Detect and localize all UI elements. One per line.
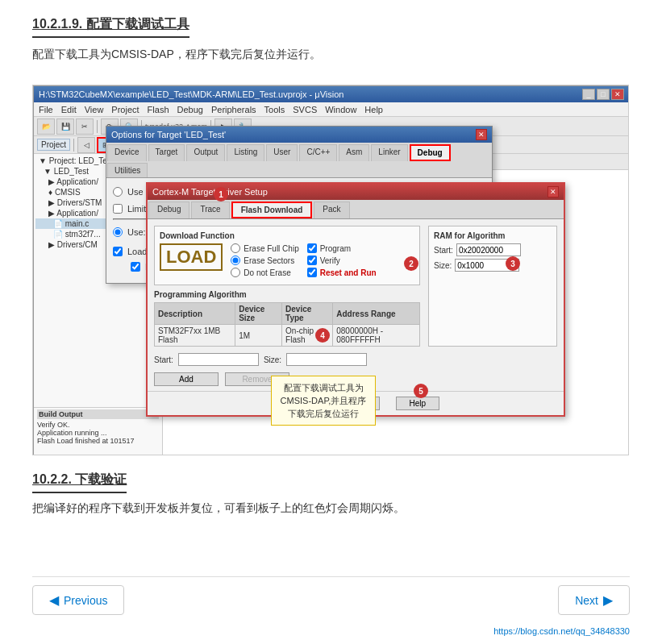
reset-run-check[interactable] (307, 268, 317, 277)
program-check[interactable] (307, 243, 317, 253)
uvision-title: H:\STM32CubeMX\example\LED_Test\MDK-ARM\… (39, 89, 343, 99)
options-dialog-title: Options for Target 'LED_Test' (111, 130, 226, 139)
add-btn[interactable]: Add (154, 372, 219, 386)
next-arrow-icon: ▶ (603, 592, 613, 608)
erase-full-row: Erase Full Chip (231, 243, 298, 253)
toolbar-btn2[interactable]: 💾 (56, 118, 74, 135)
algo-row: STM32F7xx 1MB Flash 1M On-chip Flash 080… (155, 325, 420, 347)
menubar: File Edit View Project Flash Debug Perip… (34, 102, 629, 117)
algo-addr: 08000000H - 080FFFFFH (333, 325, 420, 347)
project-label: Project (37, 139, 70, 151)
build-title: Build Output (37, 409, 159, 419)
erase-full-radio[interactable] (231, 243, 240, 253)
tab-user[interactable]: User (266, 144, 298, 161)
tab-cpp[interactable]: C/C++ (299, 144, 337, 161)
nav-bar: ◀ Previous Next ▶ (32, 576, 630, 623)
program-options: Program Verify Reset and Run (307, 243, 377, 280)
algo-section: Programming Algorithm Description Device… (154, 290, 420, 347)
use-simulator-radio[interactable] (113, 187, 123, 197)
download-func-content: LOAD Erase Full Chip Erase Sectors (160, 243, 414, 280)
build-line1: Verify OK. (37, 421, 159, 429)
limit-speed-check[interactable] (113, 204, 123, 214)
toolbar2-btn1[interactable]: ◁ (77, 137, 95, 153)
minimize-btn[interactable]: _ (582, 89, 595, 100)
algo-col-size: Device Size (235, 303, 282, 325)
algo-size: 1M (235, 325, 282, 347)
previous-button[interactable]: ◀ Previous (32, 585, 124, 615)
titlebar-buttons: _ □ ✕ (582, 89, 624, 100)
use-debugger-radio[interactable] (113, 227, 123, 237)
menu-debug[interactable]: Debug (177, 105, 203, 114)
menu-peripherals[interactable]: Peripherals (211, 105, 256, 114)
cortex-body: Download Function LOAD Erase Full Chip (148, 219, 564, 353)
menu-tools[interactable]: Tools (264, 105, 285, 114)
start-field-input[interactable] (178, 353, 259, 366)
tab-target[interactable]: Target (148, 144, 185, 161)
menu-window[interactable]: Window (325, 105, 356, 114)
reset-run-row: Reset and Run (307, 268, 377, 277)
tab-utilities[interactable]: Utilities (107, 163, 148, 177)
tab-linker[interactable]: Linker (371, 144, 407, 161)
options-dialog-titlebar: Options for Target 'LED_Test' ✕ (106, 127, 492, 143)
next-button[interactable]: Next ▶ (558, 585, 630, 615)
prev-arrow-icon: ◀ (49, 592, 59, 608)
annotation-5: 5 (414, 384, 428, 398)
maximize-btn[interactable]: □ (597, 89, 610, 100)
annotation-3: 3 (506, 256, 520, 271)
close-btn[interactable]: ✕ (611, 89, 624, 100)
program-row: Program (307, 243, 377, 253)
cortex-tab-trace[interactable]: Trace (191, 202, 229, 218)
annotation-1: 1 (214, 187, 228, 202)
cortex-close-btn[interactable]: ✕ (548, 186, 559, 197)
menu-project[interactable]: Project (111, 105, 139, 114)
cortex-tab-debug[interactable]: Debug (148, 202, 189, 218)
build-output: Build Output Verify OK. Application runn… (34, 407, 163, 455)
tab-device[interactable]: Device (107, 144, 147, 161)
algo-col-type: Device Type (282, 303, 333, 325)
annotation-4: 4 (315, 328, 330, 343)
ram-size-label: Size: (434, 261, 452, 270)
annotation-2: 2 (404, 256, 418, 271)
url-hint: https://blog.csdn.net/qq_34848330 (32, 626, 630, 636)
tab-debug[interactable]: Debug (410, 144, 451, 161)
menu-view[interactable]: View (85, 105, 104, 114)
toolbar-btn3[interactable]: ✂ (76, 118, 94, 135)
section2-title: 10.2.2. 下载验证 (32, 472, 127, 493)
algo-desc: STM32F7xx 1MB Flash (155, 325, 235, 347)
download-func-icon: LOAD (160, 243, 223, 271)
do-not-erase-radio[interactable] (231, 268, 240, 277)
previous-label: Previous (64, 594, 107, 607)
verify-check[interactable] (307, 256, 317, 265)
run-main-check[interactable] (131, 262, 140, 272)
ram-start-label: Start: (434, 246, 453, 255)
options-close-btn[interactable]: ✕ (476, 129, 487, 140)
size-field-input[interactable] (286, 353, 367, 366)
download-options: Erase Full Chip Erase Sectors Do not Era… (231, 243, 298, 280)
cortex-bottom: Start: Size: (148, 353, 564, 372)
toolbar-btn1[interactable]: 📂 (37, 118, 55, 135)
erase-sectors-radio[interactable] (231, 256, 240, 265)
menu-file[interactable]: File (39, 105, 53, 114)
algo-col-desc: Description (155, 303, 235, 325)
options-tabs: Device Target Output Listing User C/C++ … (106, 143, 492, 178)
menu-flash[interactable]: Flash (148, 105, 169, 114)
menu-svcs[interactable]: SVCS (293, 105, 317, 114)
tab-listing[interactable]: Listing (227, 144, 264, 161)
help-btn[interactable]: Help (396, 397, 440, 410)
screenshot-area: H:\STM32CubeMX\example\LED_Test\MDK-ARM\… (32, 85, 629, 455)
cortex-tab-flash[interactable]: Flash Download (231, 202, 313, 218)
cortex-tab-pack[interactable]: Pack (314, 202, 349, 218)
download-func-section: Download Function LOAD Erase Full Chip (154, 226, 420, 285)
ram-title: RAM for Algorithm (434, 231, 552, 240)
menu-edit[interactable]: Edit (61, 105, 77, 114)
tab-output[interactable]: Output (186, 144, 225, 161)
tab-asm[interactable]: Asm (339, 144, 369, 161)
section2: 10.2.2. 下载验证 把编译好的程序下载到开发板并复位，可看到板子上的红色灯… (32, 472, 630, 532)
load-app-check[interactable] (113, 247, 123, 256)
ram-start-input[interactable] (456, 243, 521, 256)
next-label: Next (575, 594, 598, 607)
section1: 10.2.1.9. 配置下载调试工具 配置下载工具为CMSIS-DAP，程序下载… (32, 16, 630, 73)
menu-help[interactable]: Help (364, 105, 383, 114)
tooltip-text: 配置下载调试工具为CMSIS-DAP,并且程序下载完后复位运行 (281, 383, 367, 418)
cortex-tabs: Debug Trace Flash Download Pack (148, 200, 564, 219)
